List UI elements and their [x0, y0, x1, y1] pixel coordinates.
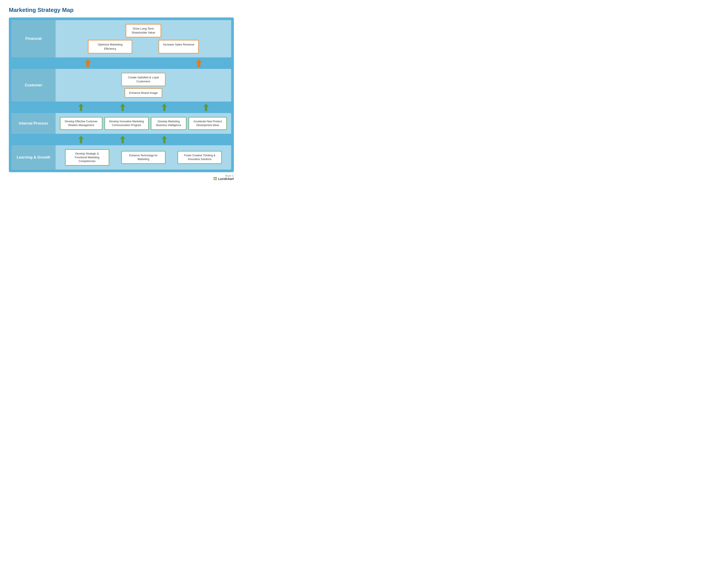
green-arrow-6	[120, 135, 125, 143]
financial-top: Drive Long-TermShareholder Value	[126, 24, 161, 37]
svg-rect-11	[215, 177, 217, 178]
orange-arrows-row	[11, 59, 231, 67]
enhance-brand-box: Enhance Brand Image	[125, 88, 162, 98]
svg-marker-2	[78, 103, 84, 111]
develop-strategic-box: Develop Strategic & Functional Marketing…	[65, 149, 109, 165]
financial-bottom: Optimize Marketing Efficiency Increase S…	[60, 40, 227, 53]
green-arrow-svg-5	[78, 136, 84, 143]
develop-bi-box: Develop Marketing Business Intelligence	[151, 117, 187, 130]
green-arrows-row-1	[11, 103, 231, 111]
green-arrow-7	[162, 135, 167, 143]
svg-marker-4	[162, 103, 167, 111]
orange-arrows-inner	[56, 59, 231, 67]
strategy-map: Financial Drive Long-TermShareholder Val…	[9, 17, 234, 172]
svg-marker-5	[203, 103, 209, 111]
green-arrow-svg-2	[120, 103, 125, 111]
green-arrow-svg-4	[203, 103, 209, 111]
accelerate-product-box: Accelerate New Product Development Ideas	[189, 117, 227, 130]
footer: Made in Lucidchart	[9, 174, 234, 180]
page-title: Marketing Strategy Map	[9, 7, 234, 13]
svg-marker-0	[85, 59, 91, 67]
orange-arrow-2	[171, 59, 227, 67]
internal-label: Internal Process	[11, 113, 56, 134]
learning-content: Develop Strategic & Functional Marketing…	[56, 145, 231, 169]
green-arrow-3	[162, 103, 167, 111]
green-arrow-1	[78, 103, 84, 111]
lucid-icon-svg	[214, 177, 217, 180]
develop-comm-box: Develop Innovative Marketing Communicati…	[105, 117, 149, 130]
made-in-label: Made in	[225, 174, 234, 177]
svg-marker-6	[78, 136, 84, 143]
financial-row: Financial Drive Long-TermShareholder Val…	[11, 20, 231, 57]
svg-rect-12	[214, 179, 215, 180]
optimize-marketing-box: Optimize Marketing Efficiency	[88, 40, 132, 53]
learning-row: Learning & Growth Develop Strategic & Fu…	[11, 145, 231, 169]
internal-content: Develop Effective Customer Relation Mana…	[56, 113, 231, 134]
foster-creative-box: Foster Creative Thinking & Innovative So…	[178, 151, 222, 164]
orange-up-arrow-svg-1	[85, 59, 91, 67]
green-arrow-svg-3	[162, 103, 167, 111]
svg-marker-3	[120, 103, 125, 111]
create-customers-box: Create Satisfied & Loyal Customers	[121, 73, 165, 86]
orange-up-arrow-svg-2	[196, 59, 202, 67]
develop-crm-box: Develop Effective Customer Relation Mana…	[60, 117, 102, 130]
increase-sales-box: Increase Sales Revenue	[159, 40, 199, 53]
orange-arrow-1	[60, 59, 116, 67]
customer-label: Customer	[11, 69, 56, 102]
green-arrows-inner-1	[56, 103, 231, 111]
green-arrow-svg-6	[120, 136, 125, 143]
drive-shareholder-box: Drive Long-TermShareholder Value	[126, 24, 161, 37]
lucidchart-logo: Made in Lucidchart	[214, 174, 234, 180]
green-arrow-4	[203, 103, 209, 111]
svg-rect-10	[214, 177, 215, 178]
green-arrow-svg-7	[162, 136, 167, 143]
svg-marker-8	[162, 136, 167, 143]
financial-content: Drive Long-TermShareholder Value Optimiz…	[56, 20, 231, 57]
customer-row: Customer Create Satisfied & Loyal Custom…	[11, 69, 231, 102]
green-arrow-2	[120, 103, 125, 111]
green-arrow-svg-1	[78, 103, 84, 111]
svg-marker-7	[120, 136, 125, 143]
lucid-brand: Lucidchart	[214, 177, 234, 180]
green-arrows-row-2	[11, 135, 231, 143]
internal-row: Internal Process Develop Effective Custo…	[11, 113, 231, 134]
green-arrows-inner-2	[56, 135, 231, 143]
financial-label: Financial	[11, 20, 56, 57]
svg-marker-1	[196, 59, 202, 67]
learning-label: Learning & Growth	[11, 145, 56, 169]
svg-rect-13	[215, 179, 217, 180]
green-arrow-5	[78, 135, 84, 143]
customer-content: Create Satisfied & Loyal Customers Enhan…	[56, 69, 231, 102]
enhance-tech-box: Enhance Technology for Marketing	[121, 151, 165, 164]
